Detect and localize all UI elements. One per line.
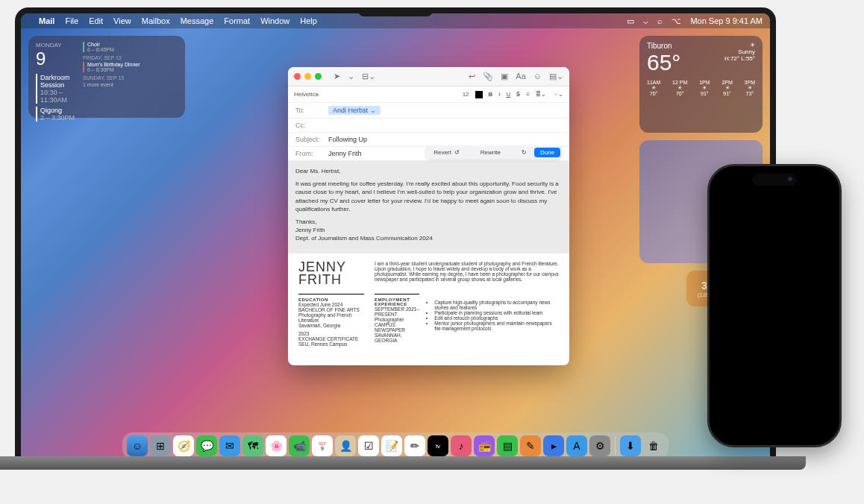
mail-body[interactable]: Dear Ms. Herbst, It was great meeting fo… <box>288 161 569 253</box>
body-paragraph: It was great meeting for coffee yesterda… <box>295 180 562 213</box>
weather-hour: 2PM☀91° <box>721 80 732 96</box>
reply-icon[interactable]: ↩ <box>469 72 475 81</box>
macbook-base <box>0 456 806 470</box>
menu-format[interactable]: Format <box>224 16 250 25</box>
control-center-icon[interactable]: ⌥ <box>672 16 681 26</box>
dock-pages[interactable]: ✎ <box>520 435 541 456</box>
chevron-down-icon[interactable]: ⌄ <box>348 72 354 81</box>
weather-hilo: H:72° L:55° <box>724 55 755 62</box>
weather-widget[interactable]: Tiburon 65° ☀ Sunny H:72° L:55° 11AM☀70°… <box>639 36 763 133</box>
resume-line: EXCHANGE CERTIFICATE <box>298 336 364 341</box>
search-icon[interactable]: ⌕ <box>657 16 663 25</box>
menu-mailbox[interactable]: Mailbox <box>142 16 170 25</box>
list-icon[interactable]: ≣⌄ <box>536 91 546 98</box>
dock-photos[interactable]: 🌸 <box>266 435 287 456</box>
indent-icon[interactable]: →⌄ <box>552 91 563 98</box>
zoom-button[interactable] <box>315 73 322 80</box>
minimize-button[interactable] <box>304 73 311 80</box>
revert-button[interactable]: Revert ↺ <box>428 148 466 157</box>
dock-mail[interactable]: ✉ <box>219 435 240 456</box>
undo-icon: ↺ <box>454 149 460 156</box>
menu-message[interactable]: Message <box>181 16 214 25</box>
resume-intro: I am a third-year student undergraduate … <box>375 261 559 282</box>
color-swatch[interactable] <box>475 91 483 98</box>
dock-finder[interactable]: ☺ <box>127 435 148 456</box>
weather-condition: Sunny <box>724 48 755 55</box>
dock: ☺ ⊞ 🧭 💬 ✉ 🗺 🌸 📹 SEP9 👤 ☑ 📝 ✏ tv ♪ 📻 ▤ ✎ … <box>122 432 669 459</box>
menu-view[interactable]: View <box>113 16 131 25</box>
subject-value[interactable]: Following Up <box>328 136 367 143</box>
dock-tv[interactable]: tv <box>428 435 448 456</box>
close-button[interactable] <box>294 73 301 80</box>
strike-icon[interactable]: S̶ <box>516 91 520 98</box>
menubar-datetime[interactable]: Mon Sep 9 9:41 AM <box>690 16 763 25</box>
subject-field[interactable]: Subject: Following Up <box>288 133 569 147</box>
dock-contacts[interactable]: 👤 <box>335 435 356 456</box>
battery-icon[interactable]: ▭ <box>627 16 634 26</box>
dock-settings[interactable]: ⚙ <box>589 435 610 456</box>
header-fields-icon[interactable]: ⊟⌄ <box>362 72 375 81</box>
markup-icon[interactable]: ▤⌄ <box>549 72 563 81</box>
menu-window[interactable]: Window <box>260 16 289 25</box>
to-field[interactable]: To: Andi Herbst ⌄ <box>288 103 569 119</box>
camera-icon <box>788 177 792 181</box>
cal-subday: FRIDAY, SEP 13 <box>83 55 178 60</box>
dock-calendar[interactable]: SEP9 <box>312 435 333 456</box>
cc-field[interactable]: Cc: <box>288 119 569 133</box>
cc-label: Cc: <box>295 122 324 129</box>
font-select[interactable]: Helvetica <box>294 91 319 98</box>
dock-reminders[interactable]: ☑ <box>358 435 379 456</box>
redo-icon[interactable]: ↻ <box>516 148 533 157</box>
calendar-widget[interactable]: MONDAY 9 Darkroom Session 10:30 – 11:30A… <box>28 36 185 118</box>
body-greeting: Dear Ms. Herbst, <box>295 167 562 175</box>
attach-icon[interactable]: 📎 <box>483 72 493 81</box>
cal-event: Choir 6 – 8:45PM <box>83 42 178 52</box>
menu-help[interactable]: Help <box>300 16 317 25</box>
format-icon[interactable]: Aa <box>516 72 525 81</box>
photo-icon[interactable]: ▣ <box>501 72 508 81</box>
resume-attachment[interactable]: JENNY FRITH I am a third-year student un… <box>288 253 569 354</box>
emoji-icon[interactable]: ☺ <box>533 72 542 81</box>
italic-icon[interactable]: I <box>498 91 500 98</box>
recipient-pill[interactable]: Andi Herbst ⌄ <box>328 106 381 115</box>
dock-appstore[interactable]: A <box>566 435 587 456</box>
event-time: 10:30 – 11:30AM <box>40 89 77 104</box>
dock-freeform[interactable]: ✏ <box>404 435 425 456</box>
resume-line: Photography and French Literature <box>298 312 364 323</box>
dock-keynote[interactable]: ▸ <box>543 435 564 456</box>
dock-maps[interactable]: 🗺 <box>242 435 263 456</box>
dock-numbers[interactable]: ▤ <box>497 435 518 456</box>
window-titlebar[interactable]: ➤ ⌄ ⊟⌄ ↩ 📎 ▣ Aa ☺ ▤⌄ <box>288 67 569 86</box>
bold-icon[interactable]: B <box>489 91 493 98</box>
dock-notes[interactable]: 📝 <box>381 435 402 456</box>
size-select[interactable]: 12 <box>463 91 469 98</box>
resume-line: Photographer <box>375 317 419 322</box>
dock-podcasts[interactable]: 📻 <box>474 435 495 456</box>
dock-safari[interactable]: 🧭 <box>173 435 194 456</box>
rewrite-button[interactable]: Rewrite <box>467 148 514 157</box>
dock-trash[interactable]: 🗑 <box>643 435 664 456</box>
dock-launchpad[interactable]: ⊞ <box>150 435 171 456</box>
from-value[interactable]: Jenny Frith <box>328 150 362 157</box>
dock-music[interactable]: ♪ <box>451 435 472 456</box>
cal-more: 1 more event <box>83 82 178 87</box>
dock-facetime[interactable]: 📹 <box>289 435 310 456</box>
iphone-device <box>707 164 842 447</box>
underline-icon[interactable]: U <box>507 91 511 98</box>
dock-messages[interactable]: 💬 <box>196 435 217 456</box>
menu-app[interactable]: Mail <box>39 16 54 25</box>
cal-event: Qigong 2 – 3:30PM <box>36 107 77 122</box>
resume-exp-heading: EMPLOYMENT EXPERIENCE <box>375 294 419 306</box>
menu-file[interactable]: File <box>65 16 78 25</box>
resume-line: BACHELOR OF FINE ARTS <box>298 307 364 312</box>
send-icon[interactable]: ➤ <box>334 72 340 81</box>
desktop: Mail File Edit View Mailbox Message Form… <box>21 13 770 464</box>
menu-edit[interactable]: Edit <box>89 16 103 25</box>
done-button[interactable]: Done <box>534 148 560 157</box>
event-title: Darkroom Session <box>40 74 77 89</box>
resume-line: 2023 <box>298 331 364 336</box>
align-icon[interactable]: ≡ <box>526 91 530 98</box>
dock-downloads[interactable]: ⬇ <box>620 435 641 456</box>
cal-subday: SUNDAY, SEP 15 <box>83 75 178 81</box>
wifi-icon[interactable]: ⌵ <box>643 16 648 26</box>
